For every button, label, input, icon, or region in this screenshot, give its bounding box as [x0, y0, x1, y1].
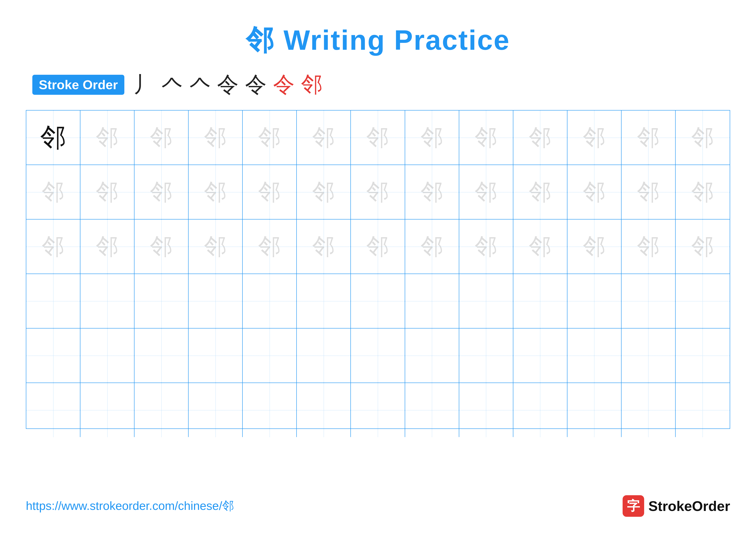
- grid-cell-3-7[interactable]: 邻: [351, 219, 405, 273]
- grid-row-5: [26, 328, 730, 383]
- grid-cell-6-4[interactable]: [189, 383, 243, 437]
- stroke-1: 丿: [133, 70, 154, 99]
- stroke-order-row: Stroke Order 丿 𠆢 𠆢 令 令 令 邻: [26, 70, 730, 99]
- practice-grid: 邻 邻 邻 邻 邻 邻 邻 邻 邻 邻 邻 邻 邻 邻 邻 邻 邻 邻 邻 邻 …: [26, 110, 730, 429]
- grid-cell-2-6[interactable]: 邻: [297, 165, 351, 219]
- stroke-2: 𠆢: [161, 72, 182, 97]
- grid-cell-6-7[interactable]: [351, 383, 405, 437]
- logo-text: StrokeOrder: [648, 498, 730, 514]
- grid-cell-2-2[interactable]: 邻: [80, 165, 134, 219]
- grid-cell-6-11[interactable]: [567, 383, 622, 437]
- grid-cell-6-6[interactable]: [297, 383, 351, 437]
- grid-cell-1-12[interactable]: 邻: [622, 111, 676, 165]
- grid-cell-6-12[interactable]: [622, 383, 676, 437]
- grid-cell-4-13[interactable]: [676, 274, 730, 328]
- grid-cell-5-11[interactable]: [567, 328, 622, 383]
- grid-cell-6-13[interactable]: [676, 383, 730, 437]
- grid-cell-1-11[interactable]: 邻: [567, 111, 622, 165]
- stroke-3: 𠆢: [189, 72, 210, 97]
- grid-cell-4-12[interactable]: [622, 274, 676, 328]
- grid-cell-5-13[interactable]: [676, 328, 730, 383]
- grid-cell-3-3[interactable]: 邻: [134, 219, 189, 273]
- stroke-order-badge: Stroke Order: [32, 75, 124, 95]
- page: 邻 Writing Practice Stroke Order 丿 𠆢 𠆢 令 …: [0, 0, 756, 534]
- grid-cell-1-9[interactable]: 邻: [459, 111, 513, 165]
- grid-cell-2-5[interactable]: 邻: [243, 165, 297, 219]
- grid-cell-3-12[interactable]: 邻: [622, 219, 676, 273]
- grid-cell-6-2[interactable]: [80, 383, 134, 437]
- grid-cell-1-13[interactable]: 邻: [676, 111, 730, 165]
- grid-cell-1-3[interactable]: 邻: [134, 111, 189, 165]
- title-text: Writing Practice: [284, 24, 510, 56]
- grid-cell-5-2[interactable]: [80, 328, 134, 383]
- grid-cell-6-8[interactable]: [405, 383, 459, 437]
- grid-cell-3-9[interactable]: 邻: [459, 219, 513, 273]
- grid-cell-5-1[interactable]: [26, 328, 80, 383]
- grid-cell-2-3[interactable]: 邻: [134, 165, 189, 219]
- grid-cell-2-13[interactable]: 邻: [676, 165, 730, 219]
- grid-cell-5-6[interactable]: [297, 328, 351, 383]
- grid-cell-4-2[interactable]: [80, 274, 134, 328]
- logo-char: 字: [627, 497, 640, 515]
- grid-cell-5-7[interactable]: [351, 328, 405, 383]
- stroke-6: 令: [273, 70, 295, 99]
- grid-row-4: [26, 274, 730, 328]
- grid-cell-5-4[interactable]: [189, 328, 243, 383]
- grid-cell-5-12[interactable]: [622, 328, 676, 383]
- grid-cell-4-6[interactable]: [297, 274, 351, 328]
- stroke-4: 令: [217, 70, 239, 99]
- grid-cell-3-6[interactable]: 邻: [297, 219, 351, 273]
- grid-cell-1-5[interactable]: 邻: [243, 111, 297, 165]
- grid-cell-1-8[interactable]: 邻: [405, 111, 459, 165]
- grid-cell-5-3[interactable]: [134, 328, 189, 383]
- grid-cell-4-9[interactable]: [459, 274, 513, 328]
- title-char: 邻: [246, 24, 284, 56]
- grid-cell-1-10[interactable]: 邻: [513, 111, 567, 165]
- grid-cell-5-9[interactable]: [459, 328, 513, 383]
- grid-cell-2-12[interactable]: 邻: [622, 165, 676, 219]
- grid-cell-3-8[interactable]: 邻: [405, 219, 459, 273]
- stroke-5: 令: [245, 70, 267, 99]
- grid-cell-1-7[interactable]: 邻: [351, 111, 405, 165]
- grid-cell-2-1[interactable]: 邻: [26, 165, 80, 219]
- grid-cell-2-8[interactable]: 邻: [405, 165, 459, 219]
- grid-cell-6-10[interactable]: [513, 383, 567, 437]
- grid-cell-3-4[interactable]: 邻: [189, 219, 243, 273]
- grid-cell-5-10[interactable]: [513, 328, 567, 383]
- grid-cell-2-10[interactable]: 邻: [513, 165, 567, 219]
- grid-cell-3-2[interactable]: 邻: [80, 219, 134, 273]
- grid-cell-5-8[interactable]: [405, 328, 459, 383]
- grid-cell-3-5[interactable]: 邻: [243, 219, 297, 273]
- grid-cell-2-11[interactable]: 邻: [567, 165, 622, 219]
- grid-cell-4-7[interactable]: [351, 274, 405, 328]
- grid-cell-1-4[interactable]: 邻: [189, 111, 243, 165]
- grid-cell-4-10[interactable]: [513, 274, 567, 328]
- grid-cell-1-2[interactable]: 邻: [80, 111, 134, 165]
- footer-logo: 字 StrokeOrder: [623, 495, 730, 517]
- grid-cell-3-13[interactable]: 邻: [676, 219, 730, 273]
- grid-cell-5-5[interactable]: [243, 328, 297, 383]
- grid-cell-4-3[interactable]: [134, 274, 189, 328]
- grid-row-1: 邻 邻 邻 邻 邻 邻 邻 邻 邻 邻 邻 邻 邻: [26, 111, 730, 165]
- grid-cell-3-11[interactable]: 邻: [567, 219, 622, 273]
- grid-cell-2-4[interactable]: 邻: [189, 165, 243, 219]
- footer: https://www.strokeorder.com/chinese/邻 字 …: [26, 495, 730, 517]
- grid-cell-3-1[interactable]: 邻: [26, 219, 80, 273]
- char-solid: 邻: [40, 125, 66, 151]
- grid-cell-4-5[interactable]: [243, 274, 297, 328]
- grid-cell-4-8[interactable]: [405, 274, 459, 328]
- grid-cell-1-1[interactable]: 邻: [26, 111, 80, 165]
- grid-cell-6-3[interactable]: [134, 383, 189, 437]
- grid-cell-1-6[interactable]: 邻: [297, 111, 351, 165]
- grid-cell-2-7[interactable]: 邻: [351, 165, 405, 219]
- grid-cell-6-9[interactable]: [459, 383, 513, 437]
- grid-cell-4-11[interactable]: [567, 274, 622, 328]
- grid-cell-2-9[interactable]: 邻: [459, 165, 513, 219]
- grid-cell-6-5[interactable]: [243, 383, 297, 437]
- grid-cell-4-1[interactable]: [26, 274, 80, 328]
- grid-cell-4-4[interactable]: [189, 274, 243, 328]
- footer-url[interactable]: https://www.strokeorder.com/chinese/邻: [26, 498, 234, 514]
- grid-row-2: 邻 邻 邻 邻 邻 邻 邻 邻 邻 邻 邻 邻 邻: [26, 165, 730, 219]
- grid-cell-3-10[interactable]: 邻: [513, 219, 567, 273]
- grid-cell-6-1[interactable]: [26, 383, 80, 437]
